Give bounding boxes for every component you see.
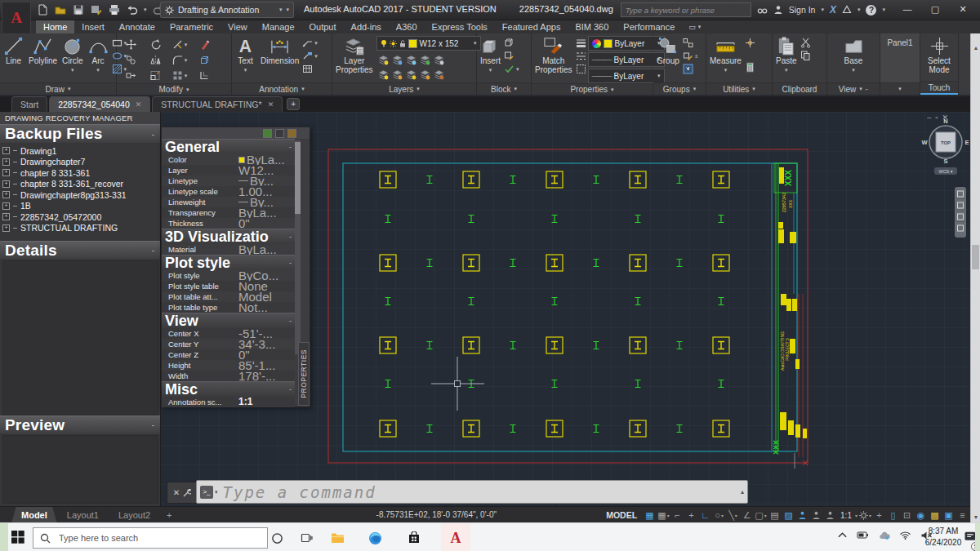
base-view-button[interactable]: Base ▾ (842, 36, 866, 74)
clipboard-panel-label[interactable]: Clipboard (773, 82, 826, 95)
annotation-scale-button[interactable]: 1:1▾ (838, 509, 858, 522)
property-row[interactable]: ColorByLa... (162, 154, 295, 165)
property-row[interactable]: Center X-51'-... (162, 328, 295, 339)
properties-scrollbar[interactable] (295, 140, 301, 354)
object-snap-tracking-toggle[interactable]: ∠ (741, 509, 753, 522)
view-panel-label[interactable]: View▾⌐ (827, 82, 880, 95)
wifi-icon[interactable] (899, 530, 911, 540)
layer-off-button[interactable] (378, 55, 389, 65)
command-line-handle[interactable]: ✕ (167, 482, 198, 504)
customization-menu-button[interactable]: ≡ (956, 509, 969, 522)
property-row[interactable]: Plot table att...Model (162, 291, 295, 302)
save-button[interactable] (72, 3, 85, 16)
edge-button[interactable] (364, 530, 385, 546)
text-tool-button[interactable]: A Text ▾ (234, 36, 257, 74)
file-explorer-button[interactable] (327, 530, 348, 546)
scroll-up-arrow[interactable]: ▲ (971, 45, 980, 51)
panel1-label[interactable]: Panel1 (882, 36, 918, 47)
tree-expand-icon[interactable]: + (2, 180, 10, 188)
ribbon-tab-annotate[interactable]: Annotate (112, 20, 163, 33)
drm-tree-item[interactable]: +Drawingchapter8pg313-331 (2, 189, 160, 201)
layer-match-button[interactable] (434, 55, 444, 65)
toggle-pickadd-icon[interactable] (287, 129, 296, 138)
table-tool-button[interactable] (302, 64, 318, 74)
paste-button[interactable]: Paste ▾ (774, 36, 799, 74)
array-button[interactable]: ▾ (172, 70, 188, 81)
dimension-tool-button[interactable]: Dimension (259, 36, 301, 66)
layout-tab-layout1[interactable]: Layout1 (57, 507, 109, 523)
block-panel-label[interactable]: Block▾ (477, 82, 531, 95)
tree-expand-icon[interactable]: + (2, 158, 10, 166)
properties-panel-label[interactable]: Properties▾ (532, 83, 653, 95)
drm-tree-item[interactable]: +22857342_05472000 (2, 211, 160, 223)
maximize-button[interactable]: ▢ (921, 0, 949, 18)
a360-caret[interactable]: ▾ (858, 7, 861, 13)
ribbon-tab-home[interactable]: Home (36, 20, 74, 33)
a360-icon[interactable] (842, 5, 852, 15)
match-properties-button[interactable]: Match Properties (533, 36, 574, 74)
layer-lock-button[interactable] (420, 55, 430, 65)
store-button[interactable] (403, 530, 425, 546)
properties-section-misc[interactable]: Misc‑ (162, 381, 295, 397)
scroll-down-arrow[interactable]: ▼ (971, 514, 980, 520)
ribbon-tab-performance[interactable]: Performance (616, 20, 682, 33)
select-mode-button[interactable]: Select Mode (922, 36, 956, 74)
start-button[interactable] (11, 531, 24, 544)
right-scrollbar[interactable]: ▲ ▼ (970, 33, 980, 522)
tree-expand-icon[interactable]: + (2, 169, 10, 176)
drm-tree-item[interactable]: +STRUCTUAL DRAFTING (2, 223, 160, 234)
group-button[interactable]: Group (655, 36, 681, 66)
line-tool-button[interactable]: Line (2, 36, 25, 66)
property-row[interactable]: Plot table typeNot... (162, 302, 295, 313)
drm-tree-item[interactable]: +1B (2, 201, 160, 212)
onedrive-icon[interactable] (878, 531, 890, 540)
properties-section-plot-style[interactable]: Plot style‑ (162, 255, 295, 270)
attribute-sync-button[interactable]: ▾ (504, 64, 519, 74)
sign-in-caret[interactable]: ▾ (821, 7, 824, 13)
layer-properties-button[interactable]: Layer Properties (334, 36, 375, 74)
annotation-panel-label[interactable]: Annotation▾ (232, 82, 332, 95)
linetype-list-icon[interactable] (576, 51, 586, 61)
layer-isolate-button[interactable] (392, 55, 403, 65)
properties-section-3d-visualizatio[interactable]: 3D Visualizatio‑ (162, 229, 295, 244)
selection-cycling-toggle[interactable] (796, 509, 808, 522)
tree-expand-icon[interactable]: + (2, 213, 10, 220)
help-search-input[interactable] (621, 2, 751, 17)
units-button[interactable]: ▯ (887, 509, 899, 522)
ribbon-tab-featured-apps[interactable]: Featured Apps (495, 20, 568, 33)
undo-dropdown[interactable]: ▾ (144, 7, 147, 13)
search-binoculars-icon[interactable] (757, 5, 768, 16)
details-section-header[interactable]: Details‑ (0, 241, 160, 259)
polar-tracking-toggle[interactable]: ○▾ (713, 509, 725, 522)
layer-on-button[interactable] (378, 69, 389, 80)
sign-in-button[interactable]: Sign In (789, 5, 816, 15)
copy-button[interactable] (126, 55, 136, 65)
tree-expand-icon[interactable]: + (2, 191, 10, 198)
drm-tree-item[interactable]: +Drawing1 (2, 145, 160, 157)
undo-button[interactable] (126, 3, 139, 16)
copy-clip-button[interactable] (800, 51, 811, 61)
help-icon[interactable]: ? (866, 5, 876, 16)
graphics-performance-toggle[interactable]: ◉ (915, 509, 927, 522)
collapse-icon[interactable]: ‑ (152, 246, 154, 255)
lineweight-list-icon[interactable] (576, 38, 586, 48)
taskbar-search[interactable] (33, 527, 268, 549)
workspace-switcher[interactable]: Drafting & Annotation ▾ ▾ (160, 2, 294, 18)
property-row[interactable]: LinetypeBy... (162, 176, 295, 186)
layer-thaw-button[interactable] (406, 69, 416, 80)
backup-files-section-header[interactable]: Backup Files‑ (0, 124, 160, 143)
groups-panel-label[interactable]: Groups▾ (653, 82, 706, 95)
insert-block-button[interactable]: Insert ▾ (479, 36, 502, 74)
panel1-panel-label[interactable]: ▾ (880, 82, 920, 95)
fillet-button[interactable]: ▾ (172, 55, 188, 65)
collapse-icon[interactable]: ‑ (152, 130, 154, 139)
new-file-button[interactable] (36, 3, 49, 16)
collapse-icon[interactable]: ‑ (152, 420, 154, 429)
infer-constraints-toggle[interactable]: ⌐ (671, 509, 684, 522)
new-layout-button[interactable]: + (160, 507, 178, 523)
open-file-button[interactable] (54, 3, 67, 16)
file-tab-structual-drafting-[interactable]: STRUCTUAL DRAFTING*✕ (152, 96, 283, 112)
polyline-tool-button[interactable]: Polyline (27, 36, 59, 66)
close-tab-icon[interactable]: ✕ (268, 100, 274, 109)
viewport-window-controls[interactable]: ‒▫✕ (927, 113, 952, 122)
